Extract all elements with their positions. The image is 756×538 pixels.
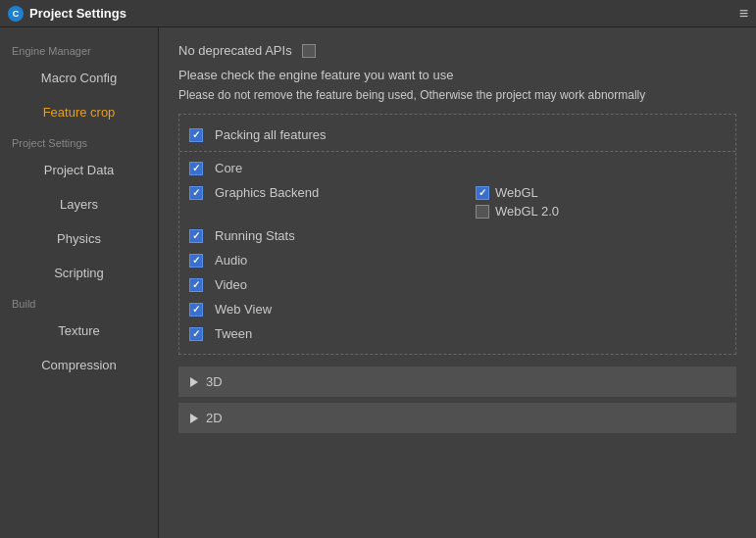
- deprecated-apis-label: No deprecated APIs: [178, 43, 292, 58]
- main-layout: Engine Manager Macro Config Feature crop…: [0, 27, 756, 538]
- menu-icon[interactable]: ≡: [739, 5, 748, 23]
- feature-checkbox-video[interactable]: [189, 278, 203, 292]
- sidebar-item-scripting[interactable]: Scripting: [0, 256, 158, 290]
- collapsible-label-2d: 2D: [206, 411, 223, 425]
- sidebar-item-project-data[interactable]: Project Data: [0, 153, 158, 187]
- feature-row-tween: Tween: [179, 321, 735, 346]
- feature-row-core: Core: [179, 156, 735, 180]
- warning-text: Please do not remove the feature being u…: [178, 88, 736, 102]
- sidebar: Engine Manager Macro Config Feature crop…: [0, 27, 159, 538]
- sidebar-item-compression[interactable]: Compression: [0, 348, 158, 382]
- option-label-webgl: WebGL: [495, 185, 538, 200]
- feature-label-running-stats: Running Stats: [215, 228, 295, 243]
- feature-label-tween: Tween: [215, 326, 252, 341]
- feature-label-core: Core: [215, 161, 242, 175]
- feature-checkbox-graphics-backend[interactable]: [189, 186, 203, 200]
- feature-checkbox-core[interactable]: [189, 162, 203, 175]
- features-section: Packing all features Core Graphics Backe…: [178, 114, 736, 355]
- feature-checkbox-web-view[interactable]: [189, 303, 203, 317]
- feature-row-audio: Audio: [179, 248, 735, 272]
- content-area: No deprecated APIs Please check the engi…: [159, 27, 756, 538]
- option-checkbox-webgl[interactable]: [476, 186, 489, 200]
- engine-manager-label: Engine Manager: [0, 37, 158, 61]
- option-label-webgl2: WebGL 2.0: [495, 204, 559, 219]
- sidebar-item-feature-crop[interactable]: Feature crop: [0, 95, 158, 129]
- deprecated-apis-row: No deprecated APIs: [178, 43, 736, 58]
- option-checkbox-webgl2[interactable]: [476, 205, 489, 219]
- feature-checkbox-tween[interactable]: [189, 327, 203, 341]
- feature-row-packing-all: Packing all features: [179, 122, 735, 147]
- deprecated-apis-checkbox[interactable]: [302, 44, 316, 58]
- feature-row-graphics-backend: Graphics Backend WebGL WebGL 2.0: [179, 180, 735, 223]
- title-left: C Project Settings: [8, 6, 126, 22]
- project-settings-label: Project Settings: [0, 129, 158, 153]
- separator-after-packing: [179, 151, 735, 152]
- triangle-icon-2d: [190, 414, 198, 423]
- feature-label-graphics-backend: Graphics Backend: [215, 185, 319, 200]
- option-row-webgl: WebGL: [476, 185, 559, 200]
- window-title: Project Settings: [29, 6, 126, 21]
- feature-label-video: Video: [215, 277, 247, 292]
- feature-row-web-view: Web View: [179, 297, 735, 321]
- triangle-icon-3d: [190, 377, 198, 387]
- collapsible-2d[interactable]: 2D: [178, 403, 736, 433]
- sidebar-item-layers[interactable]: Layers: [0, 187, 158, 221]
- collapsible-label-3d: 3D: [206, 374, 223, 389]
- sidebar-item-texture[interactable]: Texture: [0, 314, 158, 348]
- feature-label-packing-all: Packing all features: [215, 127, 326, 142]
- app-logo: C: [8, 6, 24, 22]
- feature-checkbox-running-stats[interactable]: [189, 229, 203, 243]
- feature-label-web-view: Web View: [215, 302, 272, 317]
- feature-label-audio: Audio: [215, 253, 247, 268]
- feature-row-video: Video: [179, 272, 735, 297]
- info-text: Please check the engine feature you want…: [178, 68, 736, 82]
- graphics-backend-options: WebGL WebGL 2.0: [476, 185, 559, 219]
- title-bar: C Project Settings ≡: [0, 0, 756, 27]
- feature-row-running-stats: Running Stats: [179, 223, 735, 248]
- collapsible-3d[interactable]: 3D: [178, 367, 736, 397]
- feature-checkbox-audio[interactable]: [189, 254, 203, 268]
- sidebar-item-macro-config[interactable]: Macro Config: [0, 61, 158, 95]
- build-label: Build: [0, 290, 158, 314]
- feature-checkbox-packing-all[interactable]: [189, 128, 203, 142]
- sidebar-item-physics[interactable]: Physics: [0, 221, 158, 256]
- option-row-webgl2: WebGL 2.0: [476, 204, 559, 219]
